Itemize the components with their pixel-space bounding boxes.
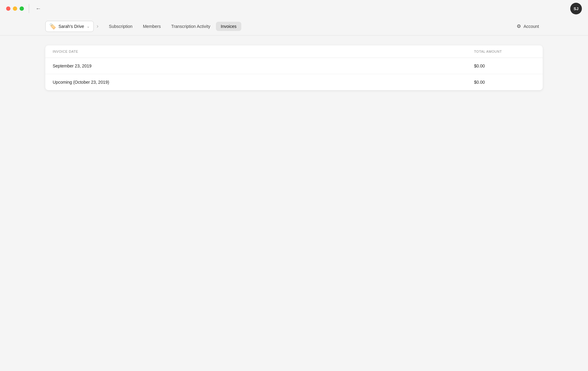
gear-icon: ⚙ — [517, 23, 521, 29]
column-header-date: INVOICE DATE — [53, 50, 474, 53]
main-content: INVOICE DATE TOTAL AMOUNT September 23, … — [0, 36, 588, 100]
invoices-table: INVOICE DATE TOTAL AMOUNT September 23, … — [45, 45, 543, 90]
account-label: Account — [523, 24, 539, 29]
invoice-amount-2: $0.00 — [474, 80, 535, 85]
tab-subscription[interactable]: Subscription — [104, 22, 138, 31]
titlebar: ← SJ — [0, 0, 588, 17]
tab-members[interactable]: Members — [138, 22, 166, 31]
invoice-date-1: September 23, 2019 — [53, 63, 474, 68]
titlebar-divider — [29, 4, 29, 13]
drive-selector[interactable]: 🏷️ Sarah's Drive ⌄ — [45, 21, 94, 32]
maximize-button[interactable] — [20, 6, 24, 11]
drive-icon: 🏷️ — [49, 23, 56, 30]
back-button[interactable]: ← — [34, 4, 43, 13]
table-row[interactable]: Upcoming (October 23, 2019) $0.00 — [45, 74, 543, 90]
table-header: INVOICE DATE TOTAL AMOUNT — [45, 45, 543, 58]
invoice-date-2: Upcoming (October 23, 2019) — [53, 80, 474, 85]
nav-right: ⚙ Account — [513, 21, 543, 31]
window-controls — [6, 6, 24, 11]
nav-tabs: Subscription Members Transcription Activ… — [104, 22, 242, 31]
avatar[interactable]: SJ — [570, 3, 582, 14]
drive-name: Sarah's Drive — [58, 24, 84, 29]
table-row[interactable]: September 23, 2019 $0.00 — [45, 58, 543, 74]
minimize-button[interactable] — [13, 6, 17, 11]
tab-invoices[interactable]: Invoices — [216, 22, 241, 31]
breadcrumb-separator: › — [97, 23, 99, 29]
navbar: 🏷️ Sarah's Drive ⌄ › Subscription Member… — [0, 17, 588, 36]
invoice-amount-1: $0.00 — [474, 63, 535, 68]
back-icon: ← — [36, 6, 41, 12]
close-button[interactable] — [6, 6, 10, 11]
tab-transcription-activity[interactable]: Transcription Activity — [166, 22, 215, 31]
account-button[interactable]: ⚙ Account — [513, 21, 543, 31]
chevron-down-icon: ⌄ — [87, 24, 90, 29]
column-header-amount: TOTAL AMOUNT — [474, 50, 535, 53]
